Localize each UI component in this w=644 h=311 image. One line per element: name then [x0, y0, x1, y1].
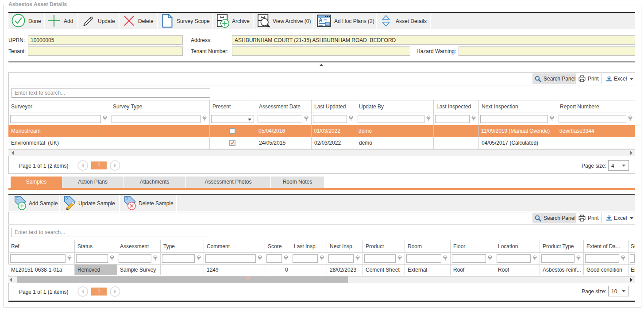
svg-text:A: A — [319, 17, 323, 23]
